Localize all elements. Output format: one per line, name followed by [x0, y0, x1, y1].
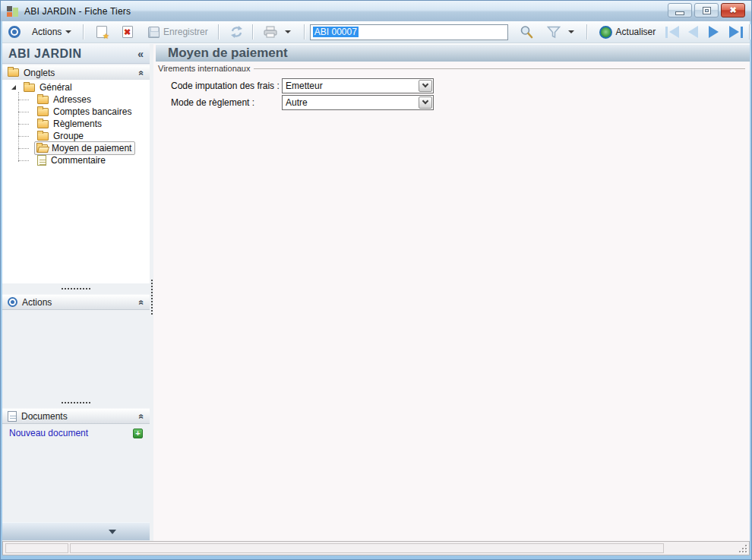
toolbar-separator	[83, 24, 84, 40]
onglets-tree: Général Adresses Comptes bancaires Règle…	[2, 80, 150, 283]
tree-item-comptes-bancaires[interactable]: Comptes bancaires	[2, 106, 148, 118]
tree-item-commentaire[interactable]: Commentaire	[2, 154, 148, 166]
tree-item-moyen-de-paiement-selected[interactable]: Moyen de paiement	[2, 142, 148, 154]
documents-section-label: Documents	[21, 411, 134, 422]
tree-item-adresses[interactable]: Adresses	[2, 93, 148, 106]
collapse-section-icon[interactable]: «	[137, 70, 147, 75]
collapse-section-icon[interactable]: «	[137, 413, 147, 419]
toolbar-separator	[304, 24, 305, 40]
titlebar[interactable]: ABI JARDIN - Fiche Tiers ✖	[1, 1, 751, 21]
actions-menu-label: Actions	[32, 27, 62, 37]
nav-last-button[interactable]	[729, 26, 743, 38]
nav-next-button[interactable]	[709, 26, 719, 38]
actions-section-header[interactable]: Actions «	[2, 294, 150, 310]
actualiser-button[interactable]: Actualiser	[594, 23, 662, 41]
nav-previous-button[interactable]	[688, 26, 698, 38]
folder-open-icon	[36, 144, 48, 153]
refresh-record-button[interactable]	[225, 23, 248, 41]
resize-grip[interactable]	[738, 544, 747, 552]
record-search-input[interactable]: ABI 00007	[310, 24, 508, 40]
print-icon	[264, 26, 277, 38]
tree-item-general[interactable]: Général	[2, 81, 148, 93]
collapse-sidebar-icon[interactable]: «	[137, 48, 144, 60]
save-button[interactable]: Enregistrer	[143, 23, 213, 41]
save-label: Enregistrer	[163, 27, 208, 37]
application-window: ABI JARDIN - Fiche Tiers ✖ Actions ★ ✖ E…	[0, 0, 752, 560]
actions-bullet-icon	[8, 26, 21, 38]
toolbar-separator	[252, 24, 253, 40]
tree-selected-highlight: Moyen de paiement	[34, 141, 135, 155]
print-button[interactable]	[258, 23, 283, 41]
combo-dropdown-button[interactable]	[419, 96, 432, 109]
filter-icon	[547, 26, 561, 39]
maximize-button[interactable]	[694, 3, 719, 17]
mode-reglement-select[interactable]: Autre	[282, 95, 434, 110]
new-record-button[interactable]: ★	[91, 23, 112, 41]
close-button[interactable]: ✖	[721, 3, 745, 17]
add-document-button[interactable]: +	[133, 429, 143, 438]
collapse-section-icon[interactable]: «	[137, 299, 147, 305]
toolbar-separator	[586, 24, 587, 40]
sidebar: ABI JARDIN « Onglets « Général	[2, 44, 150, 541]
nav-last-bar-icon	[741, 27, 743, 38]
sidebar-header: ABI JARDIN «	[2, 44, 150, 64]
field-row-mode-reglement: Mode de règlement : Autre	[153, 94, 750, 110]
folder-icon	[8, 68, 19, 77]
chevron-down-icon	[422, 81, 428, 87]
actions-menu-button[interactable]: Actions	[27, 23, 77, 41]
sidebar-title: ABI JARDIN	[8, 47, 137, 61]
code-imputation-select[interactable]: Emetteur	[282, 78, 434, 93]
nav-next-icon	[709, 26, 719, 38]
folder-icon	[24, 84, 35, 92]
tree-item-label: Général	[39, 82, 72, 93]
tree-item-label: Commentaire	[51, 155, 106, 166]
tree-item-groupe[interactable]: Groupe	[2, 130, 148, 142]
main-content: Moyen de paiement Virements internationa…	[153, 44, 750, 541]
minimize-button[interactable]	[668, 3, 692, 17]
page-title-bar: Moyen de paiement	[156, 44, 750, 62]
delete-record-button[interactable]: ✖	[117, 23, 138, 41]
combo-value: Emetteur	[286, 81, 323, 91]
groupbox-line	[245, 68, 745, 69]
tree-expand-icon[interactable]	[11, 85, 16, 90]
splitter-dots-icon	[62, 288, 90, 289]
sidebar-footer-bar[interactable]	[2, 522, 150, 540]
folder-icon	[37, 96, 49, 104]
delete-record-icon: ✖	[122, 26, 133, 38]
documents-section-header[interactable]: Documents «	[2, 408, 150, 424]
filter-button[interactable]	[542, 23, 566, 41]
new-record-icon: ★	[96, 26, 107, 38]
sidebar-splitter-handle[interactable]	[2, 283, 150, 293]
tree-item-reglements[interactable]: Règlements	[2, 118, 148, 130]
actions-dropdown-caret-icon	[65, 30, 71, 33]
new-document-link[interactable]: Nouveau document	[9, 428, 133, 438]
document-icon	[8, 411, 17, 422]
tree-item-label: Comptes bancaires	[53, 106, 131, 117]
print-options-button[interactable]	[283, 23, 296, 41]
note-icon	[37, 155, 46, 166]
minimize-icon	[676, 12, 684, 14]
sidebar-splitter-handle[interactable]	[2, 397, 150, 407]
nav-first-button[interactable]	[665, 26, 679, 38]
field-label: Code imputation des frais :	[171, 81, 280, 91]
toolbar-separator	[218, 24, 219, 40]
nav-previous-icon	[688, 26, 698, 38]
actualiser-icon	[599, 26, 612, 39]
filter-options-button[interactable]	[566, 23, 580, 41]
splitter-dots-icon	[62, 402, 90, 403]
search-button[interactable]	[514, 23, 539, 41]
onglets-section-header[interactable]: Onglets «	[2, 65, 150, 81]
search-icon	[520, 25, 533, 39]
page-title: Moyen de paiement	[168, 46, 288, 61]
folder-icon	[37, 120, 49, 128]
onglets-section-label: Onglets	[24, 68, 134, 78]
field-label: Mode de règlement :	[171, 97, 254, 108]
main-toolbar: Actions ★ ✖ Enregistrer	[2, 21, 750, 43]
status-panel-middle	[70, 543, 664, 553]
record-input-selected-text: ABI 00007	[313, 27, 359, 37]
combo-dropdown-button[interactable]	[419, 80, 432, 92]
actions-section-label: Actions	[22, 297, 134, 308]
maximize-icon	[703, 8, 710, 14]
filter-dropdown-caret-icon	[568, 30, 574, 33]
chevron-down-icon	[109, 530, 116, 534]
